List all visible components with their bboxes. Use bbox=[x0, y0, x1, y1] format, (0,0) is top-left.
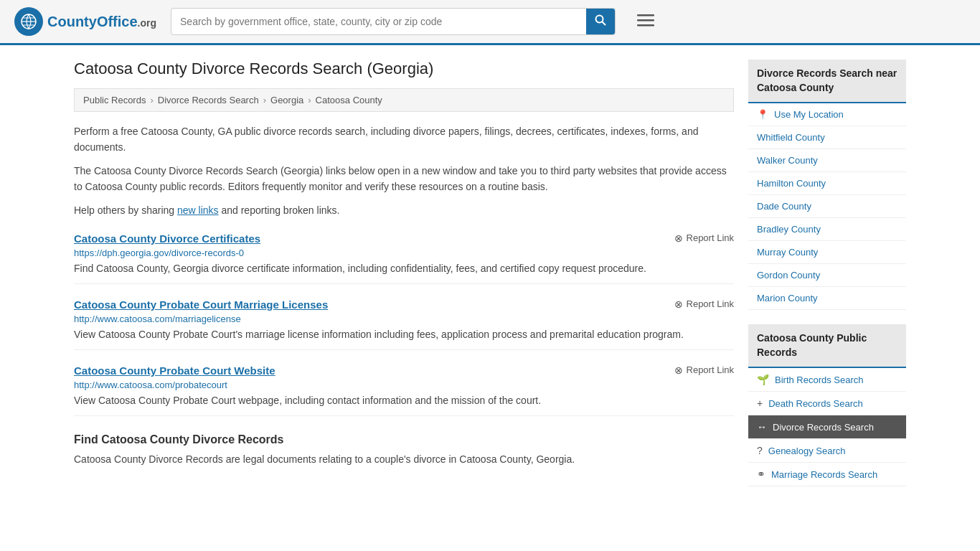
public-record-item-1[interactable]: + Death Records Search bbox=[748, 392, 906, 415]
find-section-title: Find Catoosa County Divorce Records bbox=[74, 433, 734, 446]
breadcrumb-georgia[interactable]: Georgia bbox=[270, 95, 303, 105]
site-header: CountyOffice.org bbox=[0, 0, 980, 45]
nearby-county-3[interactable]: Dade County bbox=[748, 195, 906, 218]
report-link-1[interactable]: ⊗ Report Link bbox=[674, 298, 734, 310]
report-label-1: Report Link bbox=[687, 298, 734, 309]
nearby-county-4[interactable]: Bradley County bbox=[748, 218, 906, 241]
record-url-1[interactable]: http://www.catoosa.com/marriagelicense bbox=[74, 314, 734, 324]
nearby-county-link-4[interactable]: Bradley County bbox=[757, 224, 821, 235]
nearby-county-6[interactable]: Gordon County bbox=[748, 264, 906, 287]
report-icon-1: ⊗ bbox=[674, 298, 683, 310]
site-logo[interactable]: CountyOffice.org bbox=[14, 7, 156, 36]
public-records-header: Catoosa County Public Records bbox=[748, 324, 906, 368]
public-record-link-0[interactable]: Birth Records Search bbox=[775, 375, 864, 385]
content-area: Catoosa County Divorce Records Search (G… bbox=[74, 60, 734, 501]
record-url-2[interactable]: http://www.catoosa.com/probatecourt bbox=[74, 380, 734, 390]
report-label-2: Report Link bbox=[687, 364, 734, 375]
report-label-0: Report Link bbox=[687, 232, 734, 243]
nearby-county-link-1[interactable]: Walker County bbox=[757, 155, 818, 166]
record-title-1[interactable]: Catoosa County Probate Court Marriage Li… bbox=[74, 298, 328, 311]
main-layout: Catoosa County Divorce Records Search (G… bbox=[60, 45, 920, 515]
record-header-1: Catoosa County Probate Court Marriage Li… bbox=[74, 298, 734, 311]
use-location-link[interactable]: Use My Location bbox=[774, 109, 844, 120]
logo-icon bbox=[14, 7, 43, 36]
record-item: Catoosa County Divorce Certificates ⊗ Re… bbox=[74, 232, 734, 284]
record-desc-0: Find Catoosa County, Georgia divorce cer… bbox=[74, 261, 734, 276]
public-record-item-2[interactable]: ↔ Divorce Records Search bbox=[748, 415, 906, 439]
location-pin-icon: 📍 bbox=[757, 109, 768, 120]
intro-p3: Help others by sharing new links and rep… bbox=[74, 202, 734, 218]
nearby-county-1[interactable]: Walker County bbox=[748, 149, 906, 172]
public-record-icon-0: 🌱 bbox=[757, 374, 769, 385]
public-record-link-2[interactable]: Divorce Records Search bbox=[773, 422, 874, 433]
nearby-county-0[interactable]: Whitfield County bbox=[748, 126, 906, 149]
record-item: Catoosa County Probate Court Website ⊗ R… bbox=[74, 364, 734, 416]
menu-button[interactable] bbox=[637, 11, 654, 32]
record-header-2: Catoosa County Probate Court Website ⊗ R… bbox=[74, 364, 734, 377]
svg-line-6 bbox=[603, 22, 606, 26]
public-record-icon-1: + bbox=[757, 397, 763, 409]
nearby-county-link-7[interactable]: Marion County bbox=[757, 293, 818, 303]
public-record-link-3[interactable]: Genealogy Search bbox=[768, 446, 846, 456]
nearby-county-link-6[interactable]: Gordon County bbox=[757, 270, 820, 281]
new-links-link[interactable]: new links bbox=[177, 204, 219, 216]
record-header-0: Catoosa County Divorce Certificates ⊗ Re… bbox=[74, 232, 734, 245]
breadcrumb-current: Catoosa County bbox=[316, 95, 382, 105]
public-record-link-4[interactable]: Marriage Records Search bbox=[771, 469, 877, 480]
breadcrumb-public-records[interactable]: Public Records bbox=[83, 95, 146, 105]
nearby-counties-list: Whitfield CountyWalker CountyHamilton Co… bbox=[748, 126, 906, 310]
records-list: Catoosa County Divorce Certificates ⊗ Re… bbox=[74, 232, 734, 416]
public-record-link-1[interactable]: Death Records Search bbox=[768, 398, 863, 409]
nearby-county-link-3[interactable]: Dade County bbox=[757, 201, 811, 212]
breadcrumb-divorce-records[interactable]: Divorce Records Search bbox=[158, 95, 259, 105]
public-record-item-3[interactable]: ? Genealogy Search bbox=[748, 439, 906, 463]
nearby-county-2[interactable]: Hamilton County bbox=[748, 172, 906, 195]
nearby-county-link-2[interactable]: Hamilton County bbox=[757, 178, 826, 189]
public-record-item-0[interactable]: 🌱 Birth Records Search bbox=[748, 368, 906, 392]
nearby-county-link-0[interactable]: Whitfield County bbox=[757, 132, 825, 143]
public-record-icon-4: ⚭ bbox=[757, 468, 765, 480]
report-link-0[interactable]: ⊗ Report Link bbox=[674, 232, 734, 244]
nearby-county-link-5[interactable]: Murray County bbox=[757, 247, 818, 258]
page-title: Catoosa County Divorce Records Search (G… bbox=[74, 60, 734, 78]
find-section: Find Catoosa County Divorce Records Cato… bbox=[74, 433, 734, 467]
public-records-box: Catoosa County Public Records 🌱 Birth Re… bbox=[748, 324, 906, 486]
nearby-county-5[interactable]: Murray County bbox=[748, 241, 906, 264]
report-icon-2: ⊗ bbox=[674, 364, 683, 376]
logo-text: CountyOffice.org bbox=[47, 14, 156, 30]
record-title-0[interactable]: Catoosa County Divorce Certificates bbox=[74, 232, 260, 245]
nearby-county-7[interactable]: Marion County bbox=[748, 287, 906, 310]
search-input[interactable] bbox=[171, 10, 586, 33]
breadcrumb: Public Records › Divorce Records Search … bbox=[74, 88, 734, 112]
intro-p1: Perform a free Catoosa County, GA public… bbox=[74, 123, 734, 156]
record-desc-2: View Catoosa County Probate Court webpag… bbox=[74, 393, 734, 408]
report-icon-0: ⊗ bbox=[674, 232, 683, 244]
nearby-header: Divorce Records Search near Catoosa Coun… bbox=[748, 60, 906, 103]
svg-rect-8 bbox=[637, 19, 654, 22]
nearby-box: Divorce Records Search near Catoosa Coun… bbox=[748, 60, 906, 310]
svg-point-5 bbox=[596, 16, 603, 23]
search-button[interactable] bbox=[586, 9, 615, 34]
record-title-2[interactable]: Catoosa County Probate Court Website bbox=[74, 364, 275, 377]
public-records-list: 🌱 Birth Records Search + Death Records S… bbox=[748, 368, 906, 486]
use-my-location[interactable]: 📍 Use My Location bbox=[748, 103, 906, 126]
public-record-icon-3: ? bbox=[757, 445, 763, 456]
svg-rect-9 bbox=[637, 24, 654, 27]
sidebar: Divorce Records Search near Catoosa Coun… bbox=[748, 60, 906, 501]
intro-p2: The Catoosa County Divorce Records Searc… bbox=[74, 163, 734, 195]
record-url-0[interactable]: https://dph.georgia.gov/divorce-records-… bbox=[74, 248, 734, 258]
search-area bbox=[171, 8, 616, 35]
public-record-icon-2: ↔ bbox=[757, 421, 767, 433]
record-desc-1: View Catoosa County Probate Court's marr… bbox=[74, 327, 734, 342]
svg-rect-7 bbox=[637, 14, 654, 17]
report-link-2[interactable]: ⊗ Report Link bbox=[674, 364, 734, 376]
public-record-item-4[interactable]: ⚭ Marriage Records Search bbox=[748, 463, 906, 486]
find-section-desc: Catoosa County Divorce Records are legal… bbox=[74, 452, 734, 467]
record-item: Catoosa County Probate Court Marriage Li… bbox=[74, 298, 734, 350]
